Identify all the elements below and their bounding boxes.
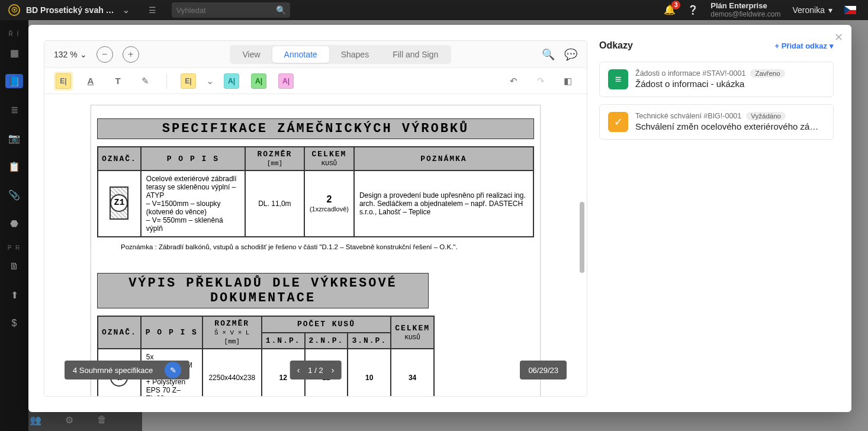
page-navigator: ‹ 1 / 2 › [290,361,342,379]
table-row: Z1 Ocelové exteriérové zábradlí terasy s… [98,171,533,237]
project-name[interactable]: BD Prosetický svah … [26,5,114,15]
undo-icon[interactable]: ↶ [504,72,523,91]
prev-page-icon[interactable]: ‹ [297,365,300,375]
toolbar-divider [166,73,167,89]
plan-email: demos@fieldwire.com [711,11,780,18]
scrollbar[interactable] [580,202,584,273]
app-logo: ⦿ [8,4,20,16]
user-name: Veronika [793,5,825,15]
notifications-icon[interactable]: 🔔3 [664,4,676,15]
search-icon[interactable]: 🔍 [276,5,286,15]
link-meta: Technické schválení #BIG!-0001 [635,112,741,120]
leftrail: Ř Í ▦ 📘 ≣ 📷 📋 📎 ⬣ P R 🗎 ⬆ $ [0,20,28,431]
topbar: ⦿ BD Prosetický svah … ⌄ ☰ 🔍 🔔3 ❔ Plán E… [0,0,868,20]
user-menu[interactable]: Veronika ▾ [793,5,832,15]
footer-doc-label: 4 Souhrnné specifikace ✎ [65,361,189,379]
chevron-down-icon: ▾ [830,41,834,50]
th-celkem: CELKEMKUSŮ [304,147,354,171]
rail-budget-icon[interactable]: $ [5,316,23,330]
notif-badge: 3 [671,1,680,9]
close-icon[interactable]: ✕ [834,31,843,44]
zoom-value[interactable]: 132 % ⌄ [54,50,87,59]
link-meta: Žádosti o informace #STAV!-0001 [635,69,745,78]
link-status-badge: Zavřeno [750,69,785,78]
redo-icon[interactable]: ↷ [531,72,550,91]
color-pink[interactable]: A| [277,72,295,91]
rail-heading-2: P R [8,245,21,251]
doc-note: Poznámka : Zábradlí balkónů, vstupů a sc… [91,242,540,258]
next-page-icon[interactable]: › [332,365,335,375]
brand-block: ⦿ BD Prosetický svah … ⌄ [0,4,138,16]
tab-shapes[interactable]: Shapes [329,46,381,63]
rail-heading-1: Ř Í [9,31,20,37]
viewer-search-icon[interactable]: 🔍 [542,48,555,61]
zoom-out-button[interactable]: − [97,46,113,63]
links-panel: Odkazy + Přidat odkaz ▾ ≡Žádosti o infor… [597,25,851,412]
highlight-tool[interactable]: E| [54,72,73,91]
footer-date: 06/29/23 [520,361,567,379]
rail-files-icon[interactable]: 📎 [5,188,23,202]
rail-rfi-icon[interactable]: 🗎 [5,259,23,274]
link-title: Žádost o informaci - ukázka [635,79,785,89]
rail-submittals-icon[interactable]: ⬆ [5,288,23,302]
page-indicator: 1 / 2 [308,366,323,375]
underline-tool[interactable]: A [81,72,100,91]
search-field[interactable]: 🔍 [172,2,290,18]
link-title: Schválení změn ocelového exteriérového z… [635,121,818,131]
spec-table-1: OZNAČ. P O P I S ROZMĚR[mm] CELKEMKUSŮ P… [97,146,534,237]
pdf-viewer: 132 % ⌄ − + View Annotate Shapes Fill an… [44,40,587,397]
eraser-icon[interactable]: ◧ [558,72,577,91]
flag-cz-icon[interactable] [844,6,856,14]
tab-view[interactable]: View [231,46,272,63]
viewer-toolbar-top: 132 % ⌄ − + View Annotate Shapes Fill an… [44,41,587,68]
th-popis: P O P I S [141,147,245,171]
project-chevron-icon[interactable]: ⌄ [123,5,130,15]
rail-forms-icon[interactable]: 📋 [5,159,23,173]
comments-icon[interactable]: 💬 [564,48,577,61]
rail-plans-icon[interactable]: ▦ [5,46,23,60]
modal: ✕ 132 % ⌄ − + View Annotate Shapes Fill … [28,25,851,412]
doc-title-1: SPECIFIKACE ZÁMEČNICKÝCH VÝROBKŮ [97,118,534,139]
help-icon[interactable]: ❔ [687,5,699,15]
document-page: SPECIFIKACE ZÁMEČNICKÝCH VÝROBKŮ OZNAČ. … [91,105,541,396]
chevron-down-icon: ⌄ [80,50,87,59]
link-type-icon: ≡ [608,69,628,89]
doc-title-2: VÝPIS PŘEKLADŮ DLE VÝKRESOVÉ DOKUMENTACE [97,273,429,308]
rail-photos-icon[interactable]: 📷 [5,131,23,145]
plan-block[interactable]: Plán Enterprise demos@fieldwire.com [711,2,780,18]
link-status-badge: Vyžádáno [746,112,786,120]
rail-specs-icon[interactable]: 📘 [5,74,23,88]
spec-table-2: OZNAČ. P O P I S ROZMĚRŠ × V × L [mm] PO… [97,316,435,396]
color-yellow[interactable]: E| [179,72,198,91]
color-green[interactable]: A| [249,72,268,91]
add-link-button[interactable]: + Přidat odkaz ▾ [775,41,834,50]
chevron-down-icon: ▾ [828,5,832,15]
link-card[interactable]: ✓Technické schválení #BIG!-0001VyžádánoS… [599,104,834,140]
freehand-tool[interactable]: ✎ [136,72,155,91]
search-input[interactable] [176,6,276,15]
viewer-canvas[interactable]: SPECIFIKACE ZÁMEČNICKÝCH VÝROBKŮ OZNAČ. … [44,94,587,396]
annotate-toolbar: E| A T ✎ E| ⌄ A| A| A| ↶ ↷ ◧ [44,68,587,94]
text-tool[interactable]: T [108,72,127,91]
rail-3d-icon[interactable]: ⬣ [5,216,23,230]
th-oznac: OZNAČ. [98,147,141,171]
rail-tasks-icon[interactable]: ≣ [5,102,23,117]
edit-doc-icon[interactable]: ✎ [165,362,181,378]
link-type-icon: ✓ [608,112,628,132]
color-cyan[interactable]: A| [222,72,241,91]
th-pozn: POZNÁMKA [354,147,533,171]
links-title: Odkazy [599,40,633,51]
zoom-in-button[interactable]: + [123,46,139,63]
color-dropdown-icon[interactable]: ⌄ [206,75,214,86]
link-card[interactable]: ≡Žádosti o informace #STAV!-0001ZavřenoŽ… [599,62,834,97]
menu-icon[interactable]: ☰ [149,5,156,15]
viewer-mode-tabs: View Annotate Shapes Fill and Sign [230,45,452,64]
tab-annotate[interactable]: Annotate [272,46,329,63]
plan-name: Plán Enterprise [711,2,780,10]
th-rozmer: ROZMĚR[mm] [245,147,304,171]
tab-fillsign[interactable]: Fill and Sign [381,46,450,63]
